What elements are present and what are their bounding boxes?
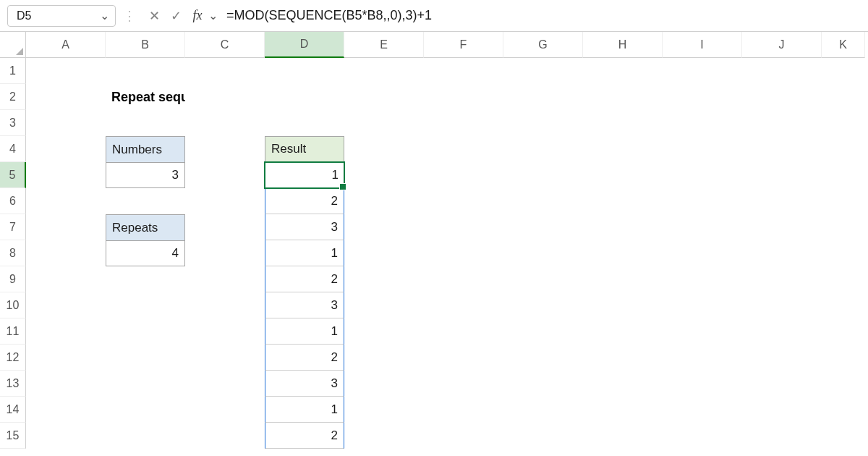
cell[interactable]	[663, 318, 742, 345]
cell[interactable]	[344, 240, 424, 266]
cell[interactable]	[822, 136, 865, 162]
cell[interactable]	[583, 84, 663, 110]
cell[interactable]	[424, 292, 503, 318]
result-cell[interactable]: 3	[265, 371, 344, 397]
cell[interactable]	[583, 266, 663, 292]
cell[interactable]	[344, 345, 424, 371]
cell[interactable]	[185, 345, 265, 371]
col-header-H[interactable]: H	[583, 32, 663, 58]
cell[interactable]	[185, 318, 265, 345]
cell[interactable]	[424, 58, 503, 84]
repeats-label[interactable]: Repeats	[106, 214, 185, 240]
cell[interactable]	[185, 162, 265, 188]
cell[interactable]	[742, 188, 822, 214]
col-header-I[interactable]: I	[663, 32, 742, 58]
col-header-C[interactable]: C	[185, 32, 265, 58]
cell[interactable]	[185, 84, 265, 110]
cell[interactable]	[344, 136, 424, 162]
cell[interactable]	[265, 58, 344, 84]
result-cell[interactable]: 2	[265, 188, 344, 214]
cell[interactable]	[583, 58, 663, 84]
cell[interactable]	[26, 423, 106, 449]
cell[interactable]	[424, 371, 503, 397]
row-header-5[interactable]: 5	[0, 162, 26, 188]
cell[interactable]	[106, 58, 185, 84]
cell[interactable]	[106, 318, 185, 345]
cell[interactable]	[344, 162, 424, 188]
cell[interactable]	[822, 110, 865, 136]
cell[interactable]	[26, 214, 106, 240]
col-header-K[interactable]: K	[822, 32, 865, 58]
result-cell[interactable]: 1	[265, 240, 344, 266]
cell[interactable]	[503, 318, 583, 345]
cell[interactable]	[185, 423, 265, 449]
cell[interactable]	[106, 110, 185, 136]
cell[interactable]	[26, 292, 106, 318]
cell[interactable]	[344, 110, 424, 136]
result-label[interactable]: Result	[265, 136, 344, 162]
row-header-8[interactable]: 8	[0, 240, 26, 266]
cell[interactable]	[185, 136, 265, 162]
cell[interactable]	[663, 214, 742, 240]
cell[interactable]	[26, 162, 106, 188]
cell[interactable]	[583, 397, 663, 423]
cell[interactable]	[583, 318, 663, 345]
repeats-value[interactable]: 4	[106, 240, 185, 266]
cell[interactable]	[424, 84, 503, 110]
cell[interactable]	[503, 240, 583, 266]
cell[interactable]	[742, 397, 822, 423]
cell[interactable]	[822, 188, 865, 214]
cell[interactable]	[185, 371, 265, 397]
result-cell[interactable]: 2	[265, 266, 344, 292]
cell[interactable]	[344, 188, 424, 214]
col-header-G[interactable]: G	[503, 32, 583, 58]
cell[interactable]	[503, 162, 583, 188]
cell[interactable]	[822, 240, 865, 266]
cell[interactable]	[503, 292, 583, 318]
col-header-F[interactable]: F	[424, 32, 503, 58]
result-cell[interactable]: 3	[265, 214, 344, 240]
cell[interactable]	[822, 318, 865, 345]
cell[interactable]	[106, 266, 185, 292]
row-header-3[interactable]: 3	[0, 110, 26, 136]
cell[interactable]	[503, 345, 583, 371]
cell[interactable]	[26, 240, 106, 266]
cell[interactable]	[26, 84, 106, 110]
cell[interactable]	[583, 345, 663, 371]
cell[interactable]	[424, 397, 503, 423]
cell[interactable]	[344, 318, 424, 345]
cell[interactable]	[822, 397, 865, 423]
cell[interactable]	[822, 58, 865, 84]
cell[interactable]	[344, 371, 424, 397]
active-cell-D5[interactable]: 1	[265, 162, 344, 188]
cell[interactable]	[742, 371, 822, 397]
cell[interactable]	[663, 397, 742, 423]
cell[interactable]	[742, 292, 822, 318]
cell[interactable]	[583, 188, 663, 214]
chevron-down-icon[interactable]: ⌄	[100, 9, 109, 22]
cell[interactable]	[742, 240, 822, 266]
cell[interactable]	[503, 397, 583, 423]
cell[interactable]	[265, 84, 344, 110]
cell[interactable]	[503, 136, 583, 162]
cell[interactable]	[26, 188, 106, 214]
cell[interactable]	[26, 318, 106, 345]
cell[interactable]	[583, 292, 663, 318]
cell[interactable]	[583, 423, 663, 449]
row-header-9[interactable]: 9	[0, 266, 26, 292]
cell[interactable]	[822, 266, 865, 292]
row-header-2[interactable]: 2	[0, 84, 26, 110]
cell[interactable]	[344, 58, 424, 84]
row-header-1[interactable]: 1	[0, 58, 26, 84]
cell[interactable]	[583, 110, 663, 136]
cell[interactable]	[26, 371, 106, 397]
cell[interactable]	[583, 371, 663, 397]
cell[interactable]	[583, 240, 663, 266]
page-title[interactable]: Repeat sequence of numbers	[106, 84, 185, 110]
cell[interactable]	[106, 292, 185, 318]
result-cell[interactable]: 2	[265, 345, 344, 371]
row-header-15[interactable]: 15	[0, 423, 26, 449]
cell[interactable]	[583, 162, 663, 188]
cell[interactable]	[26, 110, 106, 136]
cell[interactable]	[822, 84, 865, 110]
